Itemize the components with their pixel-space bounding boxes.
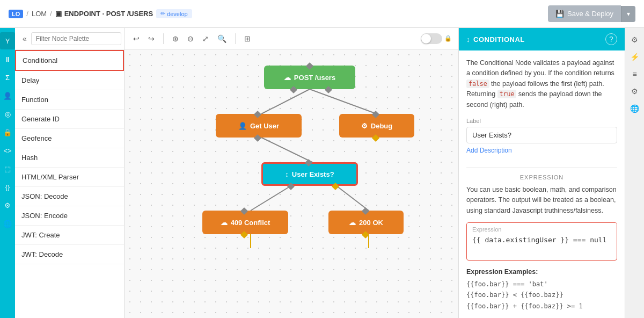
zoom-in-button[interactable]: ⊕ [170, 33, 181, 44]
left-icon-geo[interactable]: ◎ [0, 105, 15, 122]
lo-badge: LO [9, 10, 23, 18]
sidebar-item-label: Conditional [23, 56, 57, 64]
canvas-area: ↩ ↪ ⊕ ⊖ ⤢ 🔍 ⊞ 🔒 [125, 28, 458, 318]
example-2: {{foo.bar}} < {{foo.baz}} [466, 290, 617, 300]
node-conflict-label: 409 Conflict [231, 219, 270, 227]
expression-description: You can use basic boolean, math, and com… [466, 185, 617, 216]
expression-field-container: Expression {{ data.existingUser }} === n… [466, 222, 617, 261]
panel-title-text: CONDITIONAL [473, 35, 525, 44]
left-icon-conditional[interactable]: Y [0, 32, 15, 49]
expression-field-label: Expression [467, 223, 617, 233]
example-3: {{foo.bar}} + {{foo.baz}} >= 1 [466, 301, 617, 312]
left-icon-json-d[interactable]: ⬚ [0, 160, 15, 177]
canvas-toolbar: ↩ ↪ ⊕ ⊖ ⤢ 🔍 ⊞ 🔒 [125, 28, 458, 49]
right-panel-body: The Conditional Node validates a payload… [459, 50, 625, 318]
left-icon-xml[interactable]: <> [0, 142, 15, 159]
node-debug-label: Debug [371, 122, 392, 130]
example-1: {{foo.bar}} === 'bat' [466, 279, 617, 290]
search-button[interactable]: 🔍 [215, 33, 229, 44]
sidebar-item-label: Function [21, 96, 48, 104]
left-icon-delay[interactable]: ⏸ [0, 50, 15, 68]
sidebar-item-jwt-decode[interactable]: JWT: Decode [15, 245, 124, 264]
save-deploy-label: Save & Deploy [567, 10, 613, 18]
svg-line-2 [261, 138, 312, 162]
expression-textarea[interactable]: {{ data.existingUser }} === null [467, 233, 617, 258]
code-true: true [497, 90, 517, 98]
sidebar-item-geofence[interactable]: Geofence [15, 129, 124, 148]
sidebar-item-generate-id[interactable]: Generate ID [15, 110, 124, 129]
svg-line-3 [251, 186, 291, 211]
fit-view-button[interactable]: ⤢ [200, 33, 211, 44]
sidebar-item-label: JSON: Decode [21, 192, 68, 200]
canvas-toggle[interactable]: 🔒 [421, 33, 452, 44]
right-icon-globe[interactable]: 🌐 [627, 101, 642, 116]
right-icon-layers[interactable]: ≡ [627, 67, 642, 82]
sidebar-item-json-encode[interactable]: JSON: Encode [15, 206, 124, 226]
node-debug[interactable]: ⚙ Debug [339, 114, 414, 138]
sidebar-item-hash[interactable]: Hash [15, 148, 124, 168]
sep1: / [26, 10, 28, 18]
left-icon-jwt-c[interactable]: ⚙ [0, 197, 15, 214]
node-conflict-icon: ☁ [221, 219, 228, 227]
node-user-exists[interactable]: ↕ User Exists? [261, 162, 358, 186]
branch-icon: ✏ [160, 10, 165, 17]
filter-node-input[interactable] [31, 32, 121, 45]
right-icon-gear[interactable]: ⚙ [627, 84, 642, 99]
flow-canvas[interactable]: ☁ POST /users 👤 Get User ⚙ Debug [125, 49, 458, 318]
label-field-label: Label [466, 118, 617, 124]
save-icon: 💾 [555, 10, 564, 18]
sidebar-item-delay[interactable]: Delay [15, 71, 124, 90]
toggle-switch[interactable] [421, 33, 442, 44]
examples-title: Expression Examples: [466, 268, 617, 276]
toolbar-separator-1 [163, 33, 164, 44]
sidebar-item-label: Generate ID [21, 115, 60, 123]
sidebar: « Conditional Delay Function Generate ID… [15, 28, 125, 318]
right-panel-title: ↕ CONDITIONAL [466, 35, 525, 44]
save-deploy-dropdown[interactable]: ▾ [621, 6, 635, 22]
svg-line-4 [336, 186, 369, 211]
sidebar-item-jwt-create[interactable]: JWT: Create [15, 226, 124, 245]
left-icon-lock[interactable]: 🔒 [0, 124, 15, 141]
sidebar-item-function[interactable]: Function [15, 90, 124, 110]
left-icon-function[interactable]: Σ [0, 69, 15, 86]
node-200ok-icon: ☁ [349, 219, 356, 227]
undo-button[interactable]: ↩ [131, 33, 142, 44]
right-icon-lightning[interactable]: ⚡ [627, 49, 642, 64]
add-node-button[interactable]: ⊞ [242, 33, 253, 44]
help-icon: ? [609, 35, 613, 44]
node-debug-icon: ⚙ [361, 122, 368, 130]
panel-help-button[interactable]: ? [605, 33, 617, 45]
node-userexists-label: User Exists? [292, 170, 334, 178]
sidebar-item-label: Delay [21, 76, 39, 84]
branch-badge[interactable]: ✏ develop [156, 9, 192, 18]
zoom-out-button[interactable]: ⊖ [185, 33, 196, 44]
sidebar-item-html-xml[interactable]: HTML/XML Parser [15, 168, 124, 187]
sidebar-item-label: JSON: Encode [21, 212, 68, 220]
sidebar-item-label: Geofence [21, 134, 52, 142]
redo-button[interactable]: ↪ [146, 33, 157, 44]
sidebar-item-conditional[interactable]: Conditional [15, 50, 124, 71]
sidebar-collapse-button[interactable]: « [20, 33, 29, 44]
node-409-conflict[interactable]: ☁ 409 Conflict [202, 211, 288, 234]
svg-line-0 [261, 89, 310, 114]
sidebar-item-json-decode[interactable]: JSON: Decode [15, 187, 124, 206]
branch-label: develop [167, 11, 188, 17]
expression-section-title: EXPRESSION [466, 174, 617, 180]
right-icon-settings[interactable]: ⚙ [627, 32, 642, 47]
left-icon-bar: Y ⏸ Σ 👤 ◎ 🔒 <> ⬚ {} ⚙ 🌐 [0, 28, 15, 318]
left-icon-json-e[interactable]: {} [0, 178, 15, 196]
left-icon-generate[interactable]: 👤 [0, 87, 15, 104]
header-actions: 💾 Save & Deploy ▾ [548, 5, 635, 22]
toolbar-separator-2 [235, 33, 236, 44]
label-input[interactable] [466, 127, 617, 143]
save-deploy-button[interactable]: 💾 Save & Deploy [548, 5, 621, 22]
node-get-user[interactable]: 👤 Get User [216, 114, 302, 138]
left-icon-jwt-d[interactable]: 🌐 [0, 215, 15, 232]
toggle-label: 🔒 [444, 35, 452, 42]
dropdown-arrow-icon: ▾ [627, 10, 630, 18]
lom-label: LOM [32, 10, 47, 18]
panel-description: The Conditional Node validates a payload… [466, 58, 617, 110]
right-panel: ↕ CONDITIONAL ? The Conditional Node val… [458, 28, 625, 318]
add-description-link[interactable]: Add Description [466, 147, 512, 154]
node-userexists-icon: ↕ [285, 170, 289, 178]
